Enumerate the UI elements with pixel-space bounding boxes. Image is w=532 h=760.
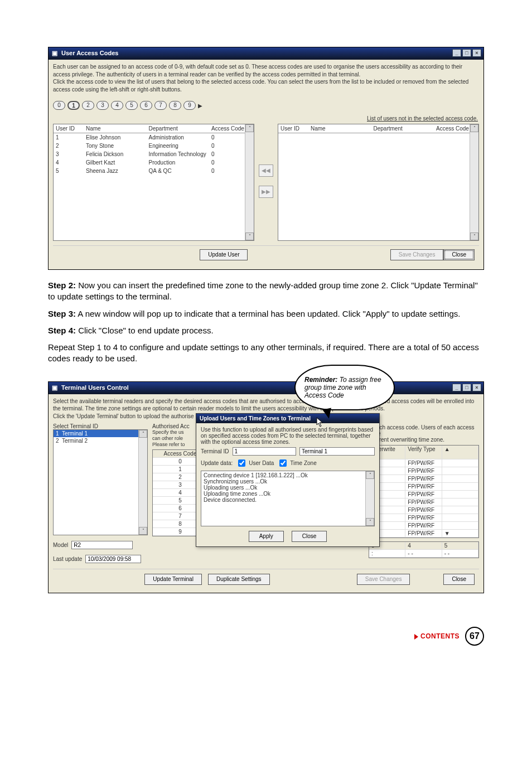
window-title: Terminal Users Control	[61, 384, 129, 391]
time-zone-checkbox[interactable]: Time Zone	[277, 458, 316, 468]
update-terminal-button[interactable]: Update Terminal	[144, 574, 202, 585]
modal-title: Upload Users and Time Zones to Terminal	[196, 414, 379, 423]
scrollbar[interactable]: ˄ ˅	[138, 430, 147, 535]
window-titlebar: ▣ User Access Codes _ □ ×	[49, 47, 483, 60]
list-item[interactable]: 1Elise JohnsonAdministration0	[54, 133, 254, 142]
right-list-caption: List of users not in the selected access…	[266, 115, 478, 122]
list-item[interactable]: 3Felicia DicksonInformation Technology0	[54, 150, 254, 158]
col-department: Department	[371, 124, 434, 133]
access-code-selector: 0 1 2 3 4 5 6 7 8 9 ▶	[53, 101, 479, 110]
scroll-down-icon[interactable]: ˅	[470, 233, 478, 240]
code-8-button[interactable]: 8	[169, 101, 181, 110]
right-note-truncated: o each access code. Users of each access…	[369, 424, 479, 443]
col-userid: User ID	[278, 124, 308, 133]
close-button[interactable]: Close	[443, 249, 475, 260]
terminal-id-label: Terminal ID	[201, 448, 229, 454]
code-6-button[interactable]: 6	[140, 101, 152, 110]
modal-description: Use this function to upload all authoris…	[201, 427, 375, 445]
scrollbar[interactable]: ˄ ˅	[365, 471, 374, 526]
minimize-button[interactable]: _	[452, 49, 461, 57]
scroll-up-icon[interactable]: ˄	[470, 124, 478, 132]
window-title: User Access Codes	[61, 50, 118, 56]
reminder-callout: Reminder: To assign free group time zone…	[294, 365, 395, 410]
status-log: Connecting device 1 [192.168.1.222] ...O…	[201, 471, 375, 526]
scroll-up-icon[interactable]: ˄	[139, 430, 147, 438]
col-userid: User ID	[54, 124, 84, 133]
terminal-users-control-window: ▣ Terminal Users Control _ □ × Select th…	[48, 381, 484, 594]
code-9-button[interactable]: 9	[183, 101, 196, 110]
scroll-down-icon[interactable]: ˅	[366, 518, 374, 526]
code-2-button[interactable]: 2	[82, 101, 94, 110]
code-4-button[interactable]: 4	[111, 101, 123, 110]
contents-link[interactable]: CONTENTS	[414, 632, 460, 640]
update-user-button[interactable]: Update User	[200, 249, 248, 260]
user-data-checkbox[interactable]: User Data	[236, 458, 274, 468]
move-left-button[interactable]: ◀◀	[259, 164, 273, 177]
terminal-id-input[interactable]	[233, 447, 296, 456]
maximize-button[interactable]: □	[462, 49, 471, 57]
col-name: Name	[308, 124, 371, 133]
step-2-text: Step 2: Now you can insert the predefine…	[48, 280, 484, 303]
scroll-up-icon[interactable]: ˄	[245, 124, 254, 132]
list-item[interactable]: 4Gilbert KaztProduction0	[54, 158, 254, 167]
model-input[interactable]	[71, 541, 133, 549]
code-5-button[interactable]: 5	[125, 101, 138, 110]
apply-button[interactable]: Apply	[249, 531, 284, 542]
duplicate-settings-button[interactable]: Duplicate Settings	[208, 574, 270, 585]
col-verify-type: Verify Type	[405, 446, 442, 459]
save-changes-button[interactable]: Save Changes	[390, 249, 444, 260]
scroll-down-icon[interactable]: ˅	[139, 527, 147, 535]
update-data-label: Update data:	[201, 460, 233, 466]
list-item[interactable]: 2Tony StoneEngineering0	[54, 142, 254, 150]
last-update-input[interactable]	[85, 555, 141, 563]
app-icon: ▣	[52, 50, 57, 57]
tz-num-5: 5	[442, 542, 478, 550]
left-user-list[interactable]: User ID Name Department Access Code 1Eli…	[53, 124, 254, 241]
terminal-name-input[interactable]	[299, 447, 375, 456]
code-7-button[interactable]: 7	[154, 101, 167, 110]
code-1-button[interactable]: 1	[67, 101, 80, 110]
window-titlebar: ▣ Terminal Users Control _ □ ×	[49, 382, 483, 394]
close-window-button[interactable]: ×	[472, 384, 481, 391]
description-text: Each user can be assigned to an access c…	[53, 63, 479, 93]
tz-num-4: 4	[405, 542, 442, 550]
close-window-button[interactable]: ×	[472, 49, 481, 57]
scroll-down-icon[interactable]: ˅	[245, 233, 254, 240]
maximize-button[interactable]: □	[462, 384, 471, 391]
save-changes-button[interactable]: Save Changes	[357, 574, 410, 585]
scroll-right-icon[interactable]: ▶	[198, 103, 202, 109]
scrollbar[interactable]: ˄ ˅	[245, 124, 254, 240]
move-right-button[interactable]: ▶▶	[259, 186, 273, 198]
minimize-button[interactable]: _	[452, 384, 461, 391]
model-label: Model	[53, 542, 68, 548]
list-item[interactable]: 5Sheena JazzQA & QC0	[54, 167, 254, 175]
col-department: Department	[147, 124, 210, 133]
terminal-list[interactable]: 1 Terminal 1 2 Terminal 2 ˄ ˅	[53, 429, 148, 535]
select-terminal-label: Select Terminal ID	[53, 423, 148, 429]
col-name: Name	[84, 124, 147, 133]
terminal-row[interactable]: 1 Terminal 1	[54, 430, 147, 437]
scrollbar[interactable]: ˄ ˅	[470, 124, 478, 240]
triangle-icon	[414, 634, 418, 640]
step-3-text: Step 3: A new window will pop up to indi…	[48, 308, 484, 320]
code-3-button[interactable]: 3	[96, 101, 109, 110]
app-icon: ▣	[52, 384, 57, 391]
page-number: 67	[465, 627, 484, 646]
repeat-text: Repeat Step 1 to 4 to configure and upda…	[48, 342, 484, 365]
right-user-list[interactable]: User ID Name Department Access Code ˄ ˅	[278, 124, 479, 241]
terminal-row[interactable]: 2 Terminal 2	[54, 437, 147, 444]
step-4-text: Step 4: Click "Close" to end update proc…	[48, 325, 484, 336]
close-button[interactable]: Close	[443, 574, 475, 585]
last-update-label: Last update	[53, 556, 82, 562]
scroll-up-icon[interactable]: ˄	[366, 471, 374, 479]
col-spacer: ▲	[442, 446, 478, 459]
timezone-table: Overwrite TZ Verify Type ▲ :FP/PW/RF :FP…	[369, 445, 479, 538]
user-access-codes-window: ▣ User Access Codes _ □ × Each user can …	[48, 47, 484, 270]
modal-close-button[interactable]: Close	[292, 531, 327, 542]
code-0-button[interactable]: 0	[53, 101, 65, 110]
upload-users-modal: Upload Users and Time Zones to Terminal …	[196, 413, 380, 547]
